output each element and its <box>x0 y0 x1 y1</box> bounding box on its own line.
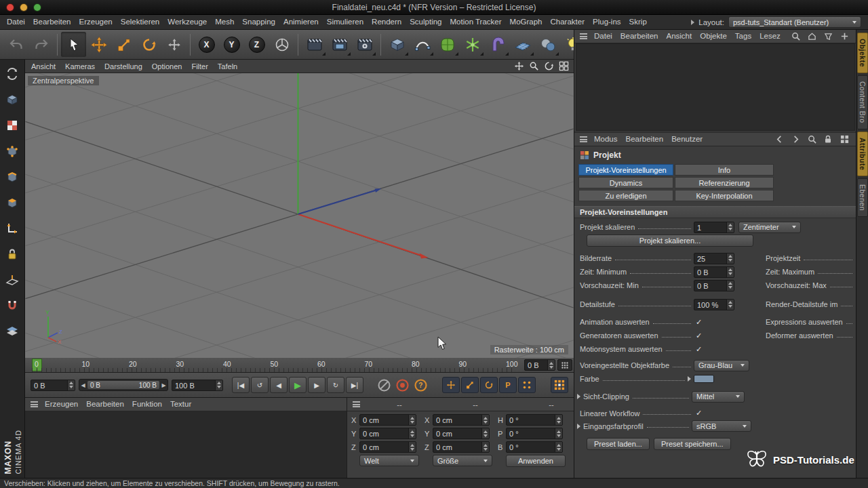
stepper-arrows[interactable] <box>481 415 489 425</box>
record-pla-button[interactable] <box>518 377 536 393</box>
project-scale-button[interactable]: Projekt skalieren... <box>587 235 753 247</box>
menu-item[interactable]: Snapping <box>238 15 279 29</box>
stepper-arrows[interactable] <box>67 380 75 390</box>
render-view-button[interactable] <box>302 32 327 57</box>
attribute-tab[interactable]: Projekt-Voreinstellungen <box>578 164 673 176</box>
viewport-menu-item[interactable]: Filter <box>186 62 212 70</box>
material-menu-item[interactable]: Funktion <box>128 397 166 411</box>
enable-axis-button[interactable] <box>2 218 22 239</box>
render-settings-button[interactable] <box>352 32 377 57</box>
play-reverse-button[interactable]: ↺ <box>251 377 269 393</box>
expand-icon[interactable] <box>688 376 691 382</box>
manager-tab[interactable]: Objekte <box>857 33 868 73</box>
menu-item[interactable]: Selektieren <box>117 15 164 29</box>
record-parameter-button[interactable]: P <box>499 377 517 393</box>
duration-field[interactable]: 100 B <box>172 380 223 391</box>
search-button[interactable] <box>806 134 818 145</box>
make-editable-button[interactable] <box>2 64 22 84</box>
zoom-view-button[interactable] <box>528 61 540 72</box>
goto-end-button[interactable]: ▶| <box>346 377 363 393</box>
menu-item[interactable]: Animieren <box>279 15 323 29</box>
attribute-menu-item[interactable]: Bearbeiten <box>622 132 668 146</box>
stepper-arrows[interactable] <box>726 300 734 310</box>
attribute-tab[interactable]: Zu erledigen <box>578 190 673 201</box>
panel-grip-icon[interactable] <box>580 136 587 142</box>
time-min-field[interactable]: 0 B <box>694 266 734 278</box>
menu-item[interactable]: Sculpting <box>406 15 446 29</box>
viewport-menu-item[interactable]: Kameras <box>60 62 100 70</box>
deformer-button[interactable] <box>485 32 510 57</box>
position-field[interactable]: X 0 cm <box>351 414 419 426</box>
animation-checkbox[interactable]: ✓ <box>694 317 704 327</box>
scale-unit-dropdown[interactable]: Zentimeter <box>738 222 801 233</box>
menu-item[interactable]: MoGraph <box>506 15 547 29</box>
render-picture-viewer-button[interactable] <box>327 32 352 57</box>
rotation-field[interactable]: B 0 ° <box>498 441 566 453</box>
close-window-button[interactable] <box>6 3 14 12</box>
live-selection-button[interactable] <box>61 32 86 57</box>
framerate-field[interactable]: 25 <box>694 253 734 264</box>
viewport-menu-item[interactable]: Tafeln <box>213 62 242 70</box>
menu-item[interactable]: Erzeugen <box>75 15 116 29</box>
history-forward-button[interactable] <box>789 134 802 145</box>
scale-field[interactable]: 1 <box>694 222 734 233</box>
size-field[interactable]: Y 0 cm <box>425 428 492 439</box>
stepper-arrows[interactable] <box>547 360 555 370</box>
stepper-arrows[interactable] <box>408 428 416 439</box>
prev-frame-button[interactable]: ◀ <box>270 377 288 393</box>
range-track[interactable]: 0 B100 B <box>87 381 159 389</box>
current-frame-field[interactable]: 0 B <box>31 380 75 391</box>
attribute-tab[interactable]: Referenzierung <box>675 177 774 188</box>
preview-min-field[interactable]: 0 B <box>694 280 734 291</box>
axis-lock-button[interactable]: Z <box>244 32 269 57</box>
timeline-options-button[interactable] <box>557 359 572 371</box>
viewport-menu-item[interactable]: Ansicht <box>26 62 60 70</box>
attribute-tab[interactable]: Dynamics <box>578 177 673 188</box>
move-tool-button[interactable] <box>86 32 111 57</box>
stepper-arrows[interactable] <box>481 428 489 439</box>
model-mode-button[interactable] <box>2 89 22 110</box>
rotation-field[interactable]: H 0 ° <box>498 414 566 426</box>
scale-tool-button[interactable] <box>111 32 136 57</box>
rotate-view-button[interactable] <box>542 61 555 72</box>
object-manager-menu-item[interactable]: Datei <box>590 29 616 43</box>
attribute-tab[interactable]: Key-Interpolation <box>675 190 774 201</box>
panel-menu-button[interactable] <box>838 134 850 145</box>
material-menu-item[interactable]: Bearbeiten <box>82 397 128 411</box>
viewport-menu-item[interactable]: Darstellung <box>100 62 147 70</box>
window-titlebar[interactable]: Finaldatei_neu.c4d * (NFR Version – Rest… <box>0 0 868 15</box>
lock-axis-button[interactable] <box>2 244 22 264</box>
stepper-arrows[interactable] <box>726 222 734 232</box>
history-back-button[interactable] <box>773 134 785 145</box>
menu-item[interactable]: Motion Tracker <box>446 15 506 29</box>
stepper-arrows[interactable] <box>726 267 734 277</box>
stepper-arrows[interactable] <box>726 253 734 264</box>
zoom-window-button[interactable] <box>33 3 41 12</box>
preset-load-button[interactable]: Preset laden... <box>587 438 650 450</box>
object-manager-menu-item[interactable]: Objekte <box>696 29 731 43</box>
viewport-menu-item[interactable]: Optionen <box>147 62 187 70</box>
object-manager-menu-item[interactable]: Ansicht <box>662 29 696 43</box>
range-right-arrow-icon[interactable]: ▶ <box>160 382 167 388</box>
stepper-arrows[interactable] <box>481 442 489 452</box>
material-list[interactable] <box>25 411 347 478</box>
attribute-menu-item[interactable]: Modus <box>590 132 622 146</box>
stepper-arrows[interactable] <box>555 442 562 452</box>
material-menu-item[interactable]: Erzeugen <box>41 397 82 411</box>
add-cube-button[interactable] <box>384 32 410 57</box>
object-manager-menu-item[interactable]: Tags <box>731 29 755 43</box>
coordinate-system-button[interactable] <box>269 32 294 57</box>
object-list[interactable] <box>576 43 855 131</box>
stepper-arrows[interactable] <box>408 415 416 425</box>
timeline-ruler[interactable]: 0102030405060708090100 0 B <box>25 358 574 373</box>
loop-button[interactable]: ↻ <box>327 377 344 393</box>
stepper-arrows[interactable] <box>555 428 562 439</box>
keying-settings-button[interactable] <box>551 377 568 393</box>
object-color-dropdown[interactable]: Grau-Blau <box>694 360 749 371</box>
stepper-arrows[interactable] <box>555 415 562 425</box>
lod-field[interactable]: 100 % <box>694 299 734 310</box>
menu-overflow-icon[interactable] <box>691 20 694 25</box>
stepper-arrows[interactable] <box>726 281 734 291</box>
goto-start-button[interactable]: |◀ <box>232 377 250 393</box>
axis-lock-button[interactable]: Y <box>219 32 244 57</box>
